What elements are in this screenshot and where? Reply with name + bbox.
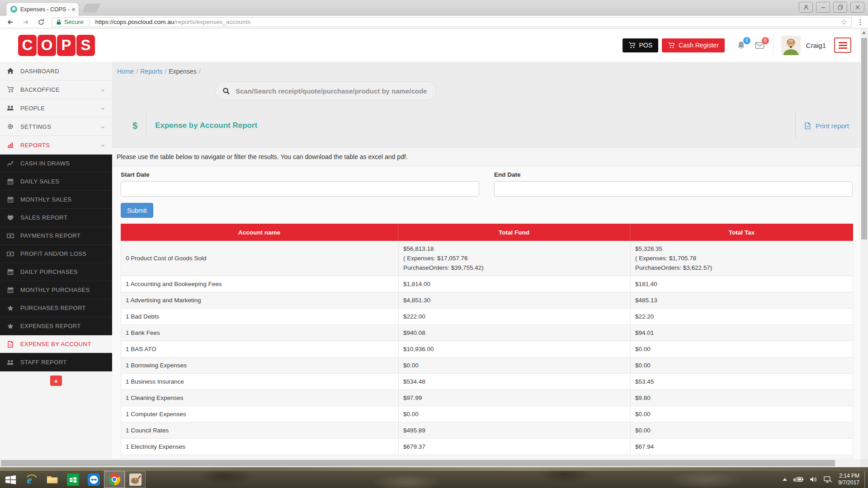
hamburger-menu-button[interactable] (834, 38, 851, 53)
sidebar-collapse-button[interactable]: « (50, 375, 62, 386)
url-bar[interactable]: Secure | https://cops.poscloud.com.au /r… (52, 17, 852, 27)
avatar[interactable] (781, 36, 801, 55)
report-title-row: $ Expense by Account Report Print report (112, 112, 860, 139)
bookmark-star-icon[interactable]: ☆ (841, 19, 847, 26)
sidebar-item-backoffice[interactable]: BACKOFFICE (0, 80, 112, 99)
internet-explorer-icon: e (25, 474, 38, 486)
tab-close-icon[interactable]: × (71, 6, 75, 13)
windows-store-button[interactable] (62, 471, 83, 488)
pos-button[interactable]: POS (623, 38, 659, 52)
sidebar-item-label: STAFF REPORT (20, 359, 67, 366)
sidebar-item-payments-report[interactable]: PAYMENTS REPORT (0, 227, 112, 245)
cart-icon (668, 42, 675, 49)
breadcrumb-expenses: Expenses (169, 68, 196, 75)
vertical-scrollbar-thumb[interactable] (861, 38, 867, 239)
volume-icon[interactable] (810, 476, 818, 483)
vertical-scrollbar[interactable] (860, 28, 868, 459)
star-icon (7, 323, 14, 330)
profile-icon[interactable] (799, 2, 813, 13)
line-chart-icon (7, 160, 14, 167)
start-date-input[interactable] (121, 181, 479, 197)
notifications-badge: 0 (743, 37, 750, 44)
horizontal-scrollbar-thumb[interactable] (1, 460, 835, 466)
sidebar-item-people[interactable]: PEOPLE (0, 99, 112, 117)
chrome-button[interactable] (104, 471, 125, 488)
sidebar-item-settings[interactable]: SETTINGS (0, 117, 112, 136)
pos-label: POS (639, 42, 653, 49)
start-date-group: Start Date (121, 171, 479, 197)
network-icon[interactable] (824, 476, 832, 483)
sidebar-item-expenses-report[interactable]: EXPENSES REPORT (0, 317, 112, 335)
messages-button[interactable]: 0 (755, 41, 764, 50)
logo-letter: O (38, 35, 56, 56)
sidebar-item-reports[interactable]: REPORTS (0, 136, 112, 155)
maximize-button[interactable] (833, 2, 847, 13)
sidebar-item-staff-report[interactable]: STAFF REPORT (0, 353, 112, 371)
dollar-icon: $ (132, 121, 137, 131)
sidebar-item-daily-sales[interactable]: DAILY SALES (0, 173, 112, 191)
search-input[interactable] (236, 87, 429, 95)
sidebar-item-label: EXPENSES REPORT (20, 323, 81, 329)
scroll-up-icon[interactable] (862, 31, 866, 34)
cash-register-button[interactable]: Cash Register (662, 38, 725, 52)
cell-account-name: 1 Accounting and Bookeeping Fees (121, 276, 399, 292)
cart-icon (7, 86, 14, 93)
forward-icon[interactable] (21, 17, 31, 27)
breadcrumb-reports[interactable]: Reports (140, 68, 162, 75)
horizontal-scrollbar[interactable] (0, 459, 860, 467)
teamviewer-button[interactable] (83, 471, 104, 488)
cops-logo[interactable]: COPS (18, 35, 95, 56)
print-report-link[interactable]: Print report (795, 113, 849, 138)
browser-menu-icon[interactable]: ⋮ (855, 18, 865, 26)
notifications-button[interactable]: 0 (736, 41, 746, 50)
search-box[interactable] (215, 81, 436, 100)
sidebar-item-monthly-purchases[interactable]: MONTHLY PURCHASES (0, 281, 112, 299)
header-divider (773, 36, 774, 55)
search-row (215, 81, 860, 100)
table-row: 1 Borrowing Expenses$0.00$0.00 (121, 357, 853, 374)
cash-register-label: Cash Register (679, 42, 719, 49)
paint-icon (129, 474, 142, 486)
cell-account-name: 1 Borrowing Expenses (121, 357, 399, 373)
table-row: 1 Electricity Expenses$679.37$67.94 (121, 439, 853, 455)
show-desktop-button[interactable] (864, 471, 868, 488)
sidebar-item-cash-in-draws[interactable]: CASH IN DRAWS (0, 155, 112, 173)
back-icon[interactable] (5, 17, 15, 27)
cell-total-fund: $10,936.00 (399, 341, 631, 357)
cell-account-name: 1 Cleaning Expenses (121, 390, 399, 406)
sidebar-item-daily-purchases[interactable]: DAILY PURCHASES (0, 263, 112, 281)
end-date-input[interactable] (494, 181, 853, 197)
submit-button[interactable]: Submit (121, 203, 153, 218)
refresh-icon[interactable] (36, 17, 46, 27)
battery-icon[interactable] (793, 476, 804, 483)
tray-expand-icon[interactable] (783, 478, 787, 481)
close-button[interactable] (850, 2, 864, 13)
bar-chart-icon (7, 141, 14, 149)
users-icon (7, 359, 14, 366)
paint-button[interactable] (125, 471, 146, 488)
start-button[interactable] (0, 471, 21, 488)
browser-tab[interactable]: Expenses - COPS - Comp × (6, 3, 79, 16)
sidebar-item-profit-and-or-loss[interactable]: PROFIT AND/OR LOSS (0, 245, 112, 263)
file-explorer-button[interactable] (42, 471, 62, 488)
breadcrumb-home[interactable]: Home (117, 68, 134, 75)
internet-explorer-button[interactable]: e (21, 471, 42, 488)
start-date-label: Start Date (121, 171, 479, 178)
sidebar-item-expense-by-account[interactable]: EXPENSE BY ACCOUNT (0, 335, 112, 353)
url-separator: | (89, 19, 90, 26)
cell-total-tax: $485.13 (631, 292, 854, 308)
sidebar-item-purchases-report[interactable]: PURCHASES REPORT (0, 299, 112, 317)
file-explorer-icon (46, 474, 58, 486)
sidebar-item-sales-report[interactable]: SALES REPORT (0, 209, 112, 227)
sidebar-item-dashboard[interactable]: DASHBOARD (0, 62, 112, 80)
table-row: 1 BAS ATO$10,936.00$0.00 (121, 341, 853, 357)
taskbar-clock[interactable]: 2:14 PM 9/7/2017 (838, 473, 859, 486)
header-actions: POS Cash Register 0 0 (623, 36, 851, 55)
new-tab-button[interactable] (82, 4, 101, 13)
pdf-file-icon (804, 122, 811, 130)
clock-time: 2:14 PM (838, 473, 859, 479)
calendar-icon (7, 268, 14, 276)
page-title: Expense by Account Report (155, 121, 257, 130)
minimize-button[interactable] (816, 2, 830, 13)
sidebar-item-monthly-sales[interactable]: MONTHLY SALES (0, 191, 112, 209)
